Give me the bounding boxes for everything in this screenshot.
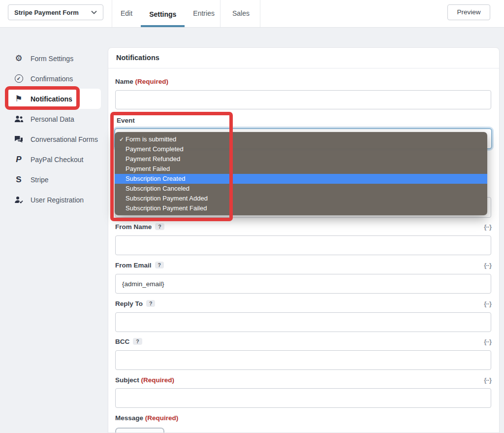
dropdown-option-payment-failed[interactable]: Payment Failed [115, 164, 487, 174]
sidebar-item-user-registration[interactable]: User Registration [6, 190, 104, 210]
help-icon[interactable]: ? [155, 223, 164, 230]
tab-edit[interactable]: Edit [112, 0, 141, 27]
dropdown-option-payment-completed[interactable]: Payment Completed [115, 144, 487, 154]
check-icon: ✓ [119, 134, 126, 144]
topbar-divider [220, 0, 220, 27]
message-toolbar-button[interactable] [115, 428, 164, 433]
paypal-icon: P [14, 155, 24, 165]
reply-to-label: Reply To? [115, 300, 155, 307]
check-circle-icon: ✓ [14, 74, 24, 83]
sidebar-item-personal-data[interactable]: Personal Data [6, 109, 104, 129]
preview-button[interactable]: Preview [447, 4, 490, 20]
subject-input[interactable] [115, 388, 491, 408]
reply-to-input[interactable] [115, 312, 491, 332]
chat-icon [14, 135, 24, 143]
flag-icon: ⚑ [14, 94, 24, 104]
builder-tabs: Edit Settings Entries [112, 0, 223, 27]
smart-tags-icon[interactable]: {··} [484, 300, 491, 307]
sidebar-item-label: User Registration [31, 196, 84, 204]
dropdown-option-subscription-created[interactable]: Subscription Created [115, 174, 487, 184]
sidebar-item-stripe[interactable]: S Stripe [6, 169, 104, 190]
required-indicator: (Required) [135, 78, 169, 85]
smart-tags-icon[interactable]: {··} [484, 262, 491, 269]
users-icon [14, 115, 24, 123]
gear-icon: ⚙ [14, 53, 24, 64]
help-icon[interactable]: ? [133, 338, 142, 345]
dropdown-option-subscription-canceled[interactable]: Subscription Canceled [115, 184, 487, 194]
from-email-input[interactable] [115, 274, 491, 294]
smart-tags-icon[interactable]: {··} [484, 223, 491, 231]
help-icon[interactable]: ? [146, 300, 155, 307]
panel-header: Notifications [108, 48, 499, 68]
stripe-icon: S [14, 175, 24, 185]
dropdown-option-form-is-submitted[interactable]: ✓Form is submitted [115, 134, 487, 144]
form-selector-label: Stripe Payment Form [14, 9, 79, 16]
notifications-panel: Notifications Name (Required) Event From… [108, 47, 500, 433]
top-bar: Stripe Payment Form Edit Settings Entrie… [0, 0, 504, 28]
tab-sales[interactable]: Sales [224, 0, 258, 27]
event-label: Event [117, 117, 135, 124]
name-input[interactable] [115, 90, 491, 109]
from-email-label: From Email? [115, 262, 164, 269]
help-icon[interactable]: ? [155, 262, 164, 268]
panel-title: Notifications [116, 48, 159, 68]
required-indicator: (Required) [141, 376, 175, 384]
sidebar-item-label: Notifications [31, 95, 72, 103]
form-selector-dropdown[interactable]: Stripe Payment Form [8, 4, 103, 20]
dropdown-option-subscription-payment-failed[interactable]: Subscription Payment Failed [115, 203, 487, 213]
sidebar-item-label: Stripe [31, 176, 49, 184]
tab-settings[interactable]: Settings [141, 0, 185, 27]
dropdown-option-subscription-payment-added[interactable]: Subscription Payment Added [115, 194, 487, 203]
subject-label: Subject (Required) [115, 376, 174, 384]
bcc-label: BCC? [115, 338, 142, 345]
chevron-down-icon [91, 10, 97, 14]
sidebar-item-label: Conversational Forms [31, 135, 98, 143]
smart-tags-icon[interactable]: {··} [484, 338, 491, 345]
from-name-label: From Name? [115, 223, 164, 231]
smart-tags-icon[interactable]: {··} [484, 376, 491, 384]
sidebar-item-form-settings[interactable]: ⚙ Form Settings [6, 48, 104, 68]
name-label: Name (Required) [115, 78, 168, 85]
required-indicator: (Required) [145, 414, 179, 422]
sidebar-item-label: Personal Data [31, 115, 74, 123]
sidebar-item-paypal-checkout[interactable]: P PayPal Checkout [6, 149, 104, 169]
bcc-input[interactable] [115, 350, 491, 370]
user-check-icon [14, 196, 24, 203]
topbar-divider [260, 0, 260, 27]
dropdown-option-payment-refunded[interactable]: Payment Refunded [115, 154, 487, 164]
tab-entries[interactable]: Entries [185, 0, 223, 27]
sidebar-item-label: PayPal Checkout [31, 156, 83, 164]
settings-sidebar: ⚙ Form Settings ✓ Confirmations ⚑ Notifi… [6, 48, 104, 210]
sidebar-item-notifications[interactable]: ⚑ Notifications [6, 89, 101, 109]
sidebar-item-label: Form Settings [31, 55, 73, 63]
message-label: Message (Required) [115, 414, 178, 422]
sidebar-item-confirmations[interactable]: ✓ Confirmations [6, 68, 104, 89]
sidebar-item-label: Confirmations [31, 75, 73, 83]
event-dropdown-menu: ✓Form is submitted Payment Completed Pay… [115, 132, 487, 215]
from-name-input[interactable] [115, 235, 491, 255]
sidebar-item-conversational-forms[interactable]: Conversational Forms [6, 129, 104, 149]
